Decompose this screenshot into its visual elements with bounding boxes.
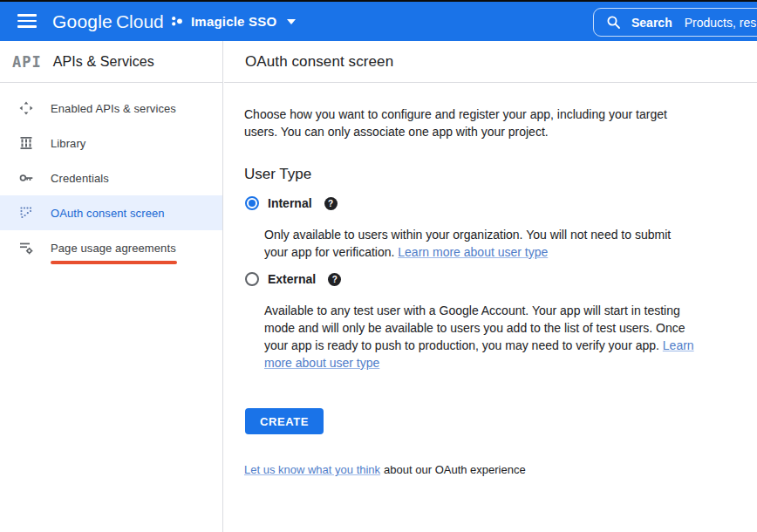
radio-external-label[interactable]: External bbox=[268, 272, 316, 286]
feedback-text: about our OAuth experience bbox=[384, 463, 526, 476]
search-bar[interactable]: Search Products, res bbox=[593, 8, 757, 37]
feedback-link[interactable]: Let us know what you think bbox=[244, 463, 380, 476]
page-title: OAuth consent screen bbox=[245, 53, 393, 71]
create-button[interactable]: CREATE bbox=[245, 408, 324, 434]
sidebar-item-enabled-apis[interactable]: Enabled APIs & services bbox=[0, 91, 222, 126]
sidebar-item-label: Credentials bbox=[51, 172, 109, 185]
sidebar-item-label: Library bbox=[51, 137, 85, 150]
internal-description: Only available to users within your orga… bbox=[264, 226, 683, 261]
user-type-heading: User Type bbox=[244, 166, 311, 183]
google-cloud-logo[interactable]: GoogleCloud bbox=[52, 2, 164, 41]
external-description: Available to any test user with a Google… bbox=[264, 302, 705, 372]
main-header: OAuth consent screen bbox=[224, 41, 757, 83]
user-type-option-external: External ? bbox=[245, 272, 341, 286]
help-icon[interactable]: ? bbox=[328, 273, 341, 286]
api-logo: API bbox=[12, 53, 42, 71]
sidebar-item-label: Page usage agreements bbox=[51, 242, 176, 255]
user-type-option-internal: Internal ? bbox=[245, 196, 338, 210]
radio-internal[interactable] bbox=[245, 196, 259, 210]
search-icon bbox=[606, 15, 621, 30]
project-icon bbox=[171, 15, 184, 28]
search-label: Search bbox=[631, 16, 672, 30]
agreements-icon bbox=[19, 241, 33, 255]
radio-external[interactable] bbox=[245, 272, 259, 286]
feedback-note: Let us know what you thinkabout our OAut… bbox=[244, 463, 526, 476]
menu-icon[interactable] bbox=[17, 14, 37, 29]
sidebar-item-page-usage-agreements[interactable]: Page usage agreements bbox=[0, 230, 222, 265]
radio-internal-label[interactable]: Internal bbox=[268, 196, 312, 210]
library-icon bbox=[19, 136, 33, 150]
enabled-apis-icon bbox=[19, 101, 33, 115]
sidebar: API APIs & Services Enabled APIs & servi… bbox=[0, 41, 223, 532]
project-selector[interactable]: Imagicle SSO bbox=[171, 2, 296, 41]
key-icon bbox=[19, 171, 33, 185]
consent-icon bbox=[19, 206, 33, 220]
search-placeholder: Products, res bbox=[685, 16, 756, 30]
annotation-underline bbox=[51, 261, 177, 264]
sidebar-item-label: OAuth consent screen bbox=[51, 207, 165, 220]
logo-google-text: Google bbox=[52, 11, 113, 31]
chevron-down-icon bbox=[287, 19, 296, 24]
intro-text: Choose how you want to configure and reg… bbox=[244, 106, 680, 140]
app-bar: GoogleCloud Imagicle SSO Search Products… bbox=[0, 2, 757, 41]
logo-cloud-text: Cloud bbox=[116, 11, 164, 31]
learn-more-link-internal[interactable]: Learn more about user type bbox=[398, 245, 548, 259]
sidebar-item-oauth-consent-screen[interactable]: OAuth consent screen bbox=[0, 195, 222, 230]
help-icon[interactable]: ? bbox=[324, 197, 338, 210]
project-name: Imagicle SSO bbox=[191, 14, 276, 29]
sidebar-header: API APIs & Services bbox=[0, 41, 222, 83]
sidebar-item-library[interactable]: Library bbox=[0, 126, 222, 160]
sidebar-item-credentials[interactable]: Credentials bbox=[0, 160, 222, 195]
sidebar-item-label: Enabled APIs & services bbox=[51, 102, 176, 115]
sidebar-title: APIs & Services bbox=[53, 54, 154, 70]
external-description-text: Available to any test user with a Google… bbox=[264, 304, 685, 352]
gcp-console-page: GoogleCloud Imagicle SSO Search Products… bbox=[0, 0, 757, 532]
